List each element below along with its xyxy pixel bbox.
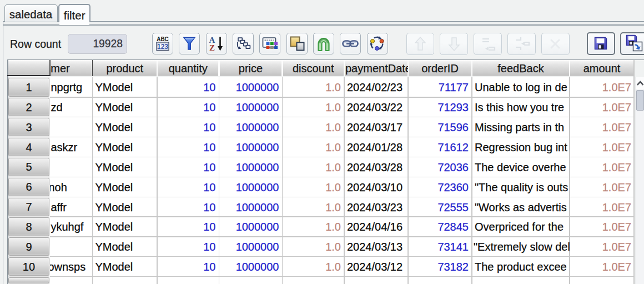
- svg-text:123: 123: [157, 42, 168, 50]
- svg-text:ABC: ABC: [157, 36, 169, 42]
- svg-text:Z: Z: [209, 43, 215, 52]
